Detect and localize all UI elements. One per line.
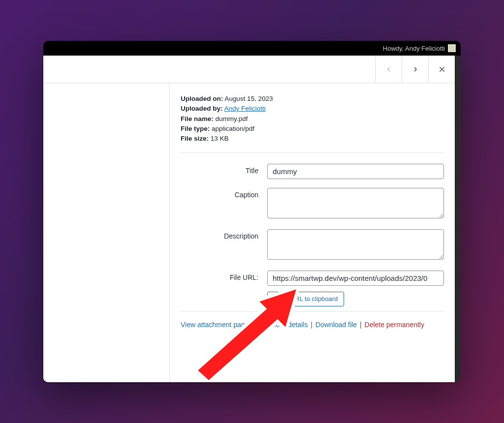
file-size-label: File size:	[181, 135, 209, 142]
title-field: Title	[181, 164, 444, 179]
file-url-label: File URL:	[181, 271, 267, 281]
chevron-right-icon	[411, 65, 419, 73]
file-size-value: 13 KB	[211, 135, 229, 142]
browser-window: Howdy, Andy Feliciotti Uploaded on: Augu…	[43, 41, 461, 382]
chevron-left-icon	[385, 65, 393, 73]
next-button[interactable]	[402, 56, 428, 83]
download-file-link[interactable]: Download file	[315, 321, 357, 329]
uploaded-on-value: August 15, 2023	[224, 95, 273, 102]
delete-permanently-link[interactable]: Delete permanently	[365, 321, 424, 329]
file-type-value: application/pdf	[212, 125, 254, 132]
prev-button	[375, 56, 402, 83]
admin-bar: Howdy, Andy Feliciotti	[43, 41, 461, 56]
file-name-value: dummy.pdf	[216, 115, 248, 122]
modal-header	[43, 56, 455, 83]
title-label: Title	[181, 164, 267, 175]
uploaded-on-label: Uploaded on:	[181, 95, 223, 102]
attachment-details-pane: Uploaded on: August 15, 2023 Uploaded by…	[169, 83, 455, 382]
file-url-field: File URL: Copy URL to clipboard	[181, 271, 444, 306]
caption-field: Caption	[181, 188, 444, 220]
divider	[181, 152, 444, 153]
description-input[interactable]	[267, 229, 444, 260]
attachment-meta: Uploaded on: August 15, 2023 Uploaded by…	[181, 94, 444, 144]
title-input[interactable]	[267, 164, 444, 179]
copy-url-button[interactable]: Copy URL to clipboard	[267, 292, 344, 306]
edit-details-link[interactable]: Edit more details	[256, 321, 308, 329]
view-attachment-link[interactable]: View attachment page	[181, 321, 249, 329]
attachment-preview-pane	[43, 83, 169, 382]
file-url-input[interactable]	[267, 271, 444, 286]
close-button[interactable]	[428, 56, 455, 83]
admin-greeting[interactable]: Howdy, Andy Feliciotti	[383, 45, 445, 52]
close-icon	[438, 65, 446, 73]
attachment-actions: View attachment page|Edit more details|D…	[181, 311, 444, 343]
description-field: Description	[181, 229, 444, 262]
caption-label: Caption	[181, 188, 267, 199]
caption-input[interactable]	[267, 188, 444, 218]
file-type-label: File type:	[181, 125, 210, 132]
modal-body: Uploaded on: August 15, 2023 Uploaded by…	[43, 83, 455, 382]
file-name-label: File name:	[181, 115, 214, 122]
avatar[interactable]	[448, 44, 456, 52]
attachment-details-modal: Uploaded on: August 15, 2023 Uploaded by…	[43, 56, 455, 382]
uploaded-by-link[interactable]: Andy Feliciotti	[224, 105, 266, 112]
description-label: Description	[181, 229, 267, 240]
uploaded-by-label: Uploaded by:	[181, 105, 223, 112]
